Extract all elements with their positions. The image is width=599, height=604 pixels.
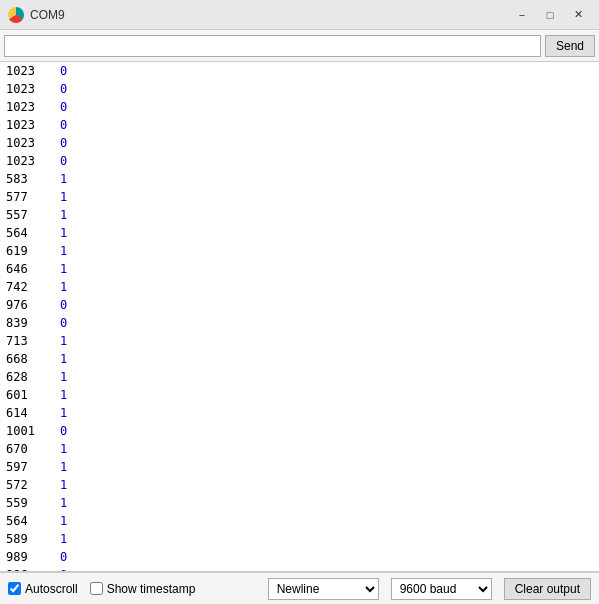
flag-cell: 1 [60, 206, 67, 224]
title-bar: COM9 − □ ✕ [0, 0, 599, 30]
flag-cell: 0 [60, 566, 67, 572]
flag-cell: 1 [60, 530, 67, 548]
flag-cell: 0 [60, 548, 67, 566]
table-row: 6141 [0, 404, 599, 422]
flag-cell: 1 [60, 242, 67, 260]
value-cell: 976 [6, 296, 56, 314]
value-cell: 1023 [6, 98, 56, 116]
value-cell: 1023 [6, 134, 56, 152]
flag-cell: 1 [60, 494, 67, 512]
toolbar: Send [0, 30, 599, 62]
flag-cell: 0 [60, 134, 67, 152]
value-cell: 1023 [6, 116, 56, 134]
status-bar: Autoscroll Show timestamp No line ending… [0, 572, 599, 604]
table-row: 5891 [0, 530, 599, 548]
baud-select[interactable]: 300 baud1200 baud2400 baud4800 baud9600 … [391, 578, 492, 600]
value-cell: 559 [6, 494, 56, 512]
flag-cell: 1 [60, 278, 67, 296]
table-row: 7421 [0, 278, 599, 296]
table-row: 6011 [0, 386, 599, 404]
table-row: 10230 [0, 62, 599, 80]
close-button[interactable]: ✕ [565, 5, 591, 25]
value-cell: 646 [6, 260, 56, 278]
flag-cell: 0 [60, 116, 67, 134]
value-cell: 839 [6, 314, 56, 332]
show-timestamp-group[interactable]: Show timestamp [90, 582, 196, 596]
value-cell: 601 [6, 386, 56, 404]
table-row: 10230 [0, 98, 599, 116]
flag-cell: 1 [60, 170, 67, 188]
flag-cell: 1 [60, 476, 67, 494]
autoscroll-group[interactable]: Autoscroll [8, 582, 78, 596]
flag-cell: 0 [60, 80, 67, 98]
flag-cell: 1 [60, 350, 67, 368]
flag-cell: 0 [60, 314, 67, 332]
flag-cell: 1 [60, 188, 67, 206]
value-cell: 742 [6, 278, 56, 296]
window-title: COM9 [30, 8, 509, 22]
flag-cell: 1 [60, 440, 67, 458]
value-cell: 670 [6, 440, 56, 458]
table-row: 7131 [0, 332, 599, 350]
minimize-button[interactable]: − [509, 5, 535, 25]
value-cell: 1001 [6, 422, 56, 440]
table-row: 10230 [0, 134, 599, 152]
flag-cell: 1 [60, 224, 67, 242]
value-cell: 986 [6, 566, 56, 572]
value-cell: 1023 [6, 62, 56, 80]
send-input[interactable] [4, 35, 541, 57]
value-cell: 668 [6, 350, 56, 368]
value-cell: 1023 [6, 80, 56, 98]
show-timestamp-label: Show timestamp [107, 582, 196, 596]
table-row: 10010 [0, 422, 599, 440]
table-row: 6191 [0, 242, 599, 260]
table-row: 5971 [0, 458, 599, 476]
table-row: 6681 [0, 350, 599, 368]
window-controls: − □ ✕ [509, 5, 591, 25]
flag-cell: 1 [60, 386, 67, 404]
flag-cell: 1 [60, 368, 67, 386]
autoscroll-label: Autoscroll [25, 582, 78, 596]
flag-cell: 1 [60, 512, 67, 530]
table-row: 10230 [0, 152, 599, 170]
value-cell: 589 [6, 530, 56, 548]
flag-cell: 0 [60, 296, 67, 314]
flag-cell: 1 [60, 458, 67, 476]
autoscroll-checkbox[interactable] [8, 582, 21, 595]
value-cell: 628 [6, 368, 56, 386]
output-area[interactable]: 1023010230102301023010230102305831577155… [0, 62, 599, 572]
show-timestamp-checkbox[interactable] [90, 582, 103, 595]
clear-output-button[interactable]: Clear output [504, 578, 591, 600]
flag-cell: 0 [60, 152, 67, 170]
value-cell: 572 [6, 476, 56, 494]
newline-select[interactable]: No line endingNewlineCarriage returnBoth… [268, 578, 379, 600]
table-row: 5721 [0, 476, 599, 494]
table-row: 6281 [0, 368, 599, 386]
table-row: 10230 [0, 116, 599, 134]
value-cell: 577 [6, 188, 56, 206]
table-row: 9760 [0, 296, 599, 314]
flag-cell: 0 [60, 98, 67, 116]
table-row: 5641 [0, 224, 599, 242]
value-cell: 614 [6, 404, 56, 422]
arduino-icon [8, 7, 24, 23]
flag-cell: 1 [60, 332, 67, 350]
value-cell: 583 [6, 170, 56, 188]
table-row: 5571 [0, 206, 599, 224]
send-button[interactable]: Send [545, 35, 595, 57]
table-row: 5591 [0, 494, 599, 512]
table-row: 5771 [0, 188, 599, 206]
table-row: 5641 [0, 512, 599, 530]
table-row: 6701 [0, 440, 599, 458]
value-cell: 597 [6, 458, 56, 476]
maximize-button[interactable]: □ [537, 5, 563, 25]
table-row: 9890 [0, 548, 599, 566]
flag-cell: 0 [60, 422, 67, 440]
flag-cell: 1 [60, 260, 67, 278]
value-cell: 619 [6, 242, 56, 260]
table-row: 9860 [0, 566, 599, 572]
value-cell: 564 [6, 512, 56, 530]
table-row: 8390 [0, 314, 599, 332]
table-row: 5831 [0, 170, 599, 188]
flag-cell: 0 [60, 62, 67, 80]
